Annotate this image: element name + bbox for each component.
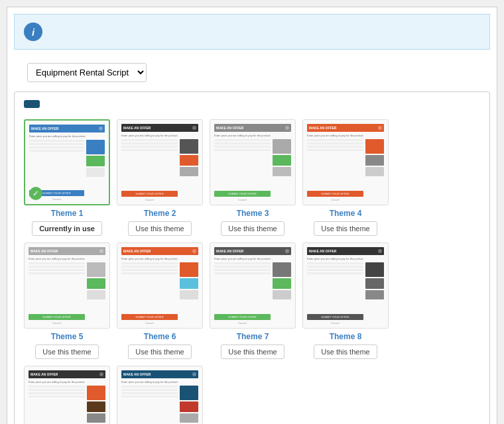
theme-btn-5[interactable]: Use this theme (35, 344, 98, 359)
theme-item-4: MAKE AN OFFER Enter price you are willin… (302, 119, 389, 236)
theme-thumbnail-2[interactable]: MAKE AN OFFER Enter price you are willin… (117, 119, 203, 205)
theme-name-7: Theme 7 (237, 332, 269, 341)
theme-btn-7[interactable]: Use this theme (221, 344, 284, 359)
theme-thumbnail-9[interactable]: MAKE AN OFFER Enter price you are willin… (24, 366, 110, 424)
theme-thumbnail-3[interactable]: MAKE AN OFFER Enter price you are willin… (210, 119, 296, 205)
theme-btn-1: Currently in use (32, 221, 102, 236)
theme-name-2: Theme 2 (144, 209, 176, 218)
theme-name-1: Theme 1 (51, 209, 84, 218)
theme-btn-3[interactable]: Use this theme (221, 221, 284, 236)
theme-thumbnail-10[interactable]: MAKE AN OFFER Enter price you are willin… (117, 366, 203, 424)
theme-item-2: MAKE AN OFFER Enter price you are willin… (117, 119, 203, 236)
theme-thumbnail-4[interactable]: MAKE AN OFFER Enter price you are willin… (302, 119, 389, 205)
theme-item-8: MAKE AN OFFER Enter price you are willin… (302, 242, 389, 359)
theme-thumbnail-6[interactable]: MAKE AN OFFER Enter price you are willin… (117, 242, 203, 329)
theme-btn-2[interactable]: Use this theme (128, 221, 191, 236)
theme-name-8: Theme 8 (330, 332, 362, 341)
active-checkmark: ✓ (29, 187, 42, 200)
theme-name-3: Theme 3 (237, 209, 269, 218)
theme-thumbnail-1[interactable]: MAKE AN OFFER Enter price you are willin… (24, 119, 110, 205)
theme-item-7: MAKE AN OFFER Enter price you are willin… (210, 242, 296, 359)
theme-thumbnail-7[interactable]: MAKE AN OFFER Enter price you are willin… (210, 242, 296, 329)
info-icon: i (24, 23, 42, 41)
theme-name-6: Theme 6 (144, 332, 176, 341)
themes-grid: MAKE AN OFFER Enter price you are willin… (24, 119, 480, 424)
theme-thumbnail-5[interactable]: MAKE AN OFFER Enter price you are willin… (24, 242, 110, 329)
info-banner: i (14, 14, 490, 50)
theme-item-1: MAKE AN OFFER Enter price you are willin… (24, 119, 110, 236)
theme-item-5: MAKE AN OFFER Enter price you are willin… (24, 242, 110, 359)
theme-btn-8[interactable]: Use this theme (314, 344, 377, 359)
main-container: i Equipment Rental Script MAKE AN OFFER … (7, 7, 497, 424)
choose-theme-box: MAKE AN OFFER Enter price you are willin… (14, 91, 490, 424)
theme-item-6: MAKE AN OFFER Enter price you are willin… (117, 242, 203, 359)
theme-btn-4[interactable]: Use this theme (314, 221, 377, 236)
theme-item-9: MAKE AN OFFER Enter price you are willin… (24, 366, 110, 424)
select-product-row: Equipment Rental Script (7, 56, 497, 91)
theme-name-5: Theme 5 (51, 332, 84, 341)
product-select[interactable]: Equipment Rental Script (27, 63, 147, 82)
theme-thumbnail-8[interactable]: MAKE AN OFFER Enter price you are willin… (302, 242, 389, 329)
theme-btn-6[interactable]: Use this theme (128, 344, 191, 359)
theme-name-4: Theme 4 (330, 209, 362, 218)
theme-item-10: MAKE AN OFFER Enter price you are willin… (117, 366, 203, 424)
choose-theme-title (24, 100, 40, 108)
theme-item-3: MAKE AN OFFER Enter price you are willin… (210, 119, 296, 236)
